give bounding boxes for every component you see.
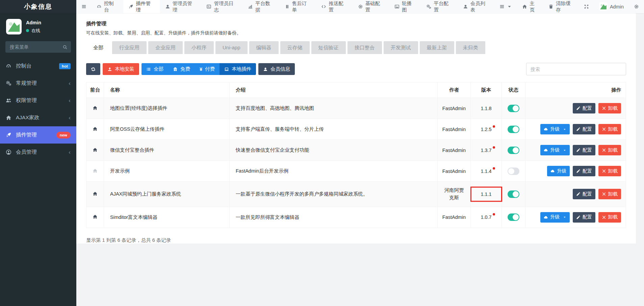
sidebar-item-general-management[interactable]: 常规管理‹ — [0, 75, 76, 92]
upload-icon — [107, 67, 112, 72]
plugin-version: 1.1.1 — [481, 192, 491, 197]
filter-free-button[interactable]: 免费 — [168, 63, 195, 75]
plugin-version: 1.3.7 — [481, 148, 491, 153]
cloud-icon — [550, 169, 555, 173]
sidebar-menu-search-input[interactable] — [5, 41, 71, 53]
topnav-fullscreen[interactable] — [579, 0, 594, 13]
plugin-author: 河南阿贾克斯 — [444, 187, 464, 202]
topnav-clear-cache[interactable]: 清除缓存 — [543, 0, 579, 13]
filter-paid-button[interactable]: ¥付费 — [195, 63, 220, 75]
topnav-platform-data[interactable]: 平台数据 — [243, 0, 279, 13]
tab-uncategorized[interactable]: 未归类 — [456, 41, 485, 54]
enable-toggle[interactable] — [508, 147, 519, 154]
config-button[interactable]: 配置 — [573, 166, 595, 176]
tab-miniprogram[interactable]: 小程序 — [184, 41, 214, 54]
member-info-button[interactable]: 会员信息 — [258, 63, 295, 75]
caret-down-icon — [563, 149, 566, 152]
tab-api[interactable]: 接口整合 — [347, 41, 382, 54]
topnav-dashboard[interactable]: 控制台 — [92, 0, 123, 13]
tab-dev-test[interactable]: 开发测试 — [384, 41, 418, 54]
x-icon — [602, 192, 606, 196]
uninstall-button[interactable]: 卸载 — [598, 103, 621, 113]
enable-toggle[interactable] — [508, 190, 519, 198]
enable-toggle[interactable] — [508, 126, 519, 133]
upgrade-button[interactable]: 升级 — [540, 145, 570, 155]
config-button[interactable]: 配置 — [573, 212, 595, 223]
config-button[interactable]: 配置 — [573, 103, 595, 113]
topnav-menu-dropdown[interactable] — [494, 0, 517, 13]
x-icon — [602, 215, 606, 220]
sidebar-toggle-button[interactable] — [76, 0, 92, 13]
search-icon — [62, 45, 68, 50]
topnav-admin-management[interactable]: 管理员管理 — [160, 0, 202, 13]
upgrade-button[interactable]: 升级 — [540, 124, 570, 134]
chevron-left-icon: ‹ — [69, 115, 71, 121]
avatar — [599, 2, 608, 11]
sidebar-username: Admin — [26, 20, 41, 25]
sidebar-item-dashboard[interactable]: 控制台hot — [0, 57, 76, 75]
tab-uniapp[interactable]: Uni-app — [215, 41, 248, 54]
table-search-input[interactable] — [526, 63, 626, 75]
sidebar-item-plugin-management[interactable]: 插件管理new — [0, 126, 76, 144]
topnav-admin-log[interactable]: 管理员日志 — [201, 0, 243, 13]
uninstall-button[interactable]: 卸载 — [598, 124, 621, 134]
plugin-author: FastAdmin — [438, 161, 471, 182]
update-dot — [493, 125, 495, 128]
enable-toggle[interactable] — [508, 168, 519, 175]
uninstall-button[interactable]: 卸载 — [598, 212, 621, 223]
plugin-name: AJAX同城预约上门服务家政系统 — [104, 182, 230, 207]
enable-toggle[interactable] — [508, 213, 519, 221]
new-badge: new — [56, 132, 71, 138]
config-button[interactable]: 配置 — [573, 124, 595, 134]
topnav-homepage[interactable]: 主页 — [517, 0, 543, 13]
plugin-name: 微信支付宝整合插件 — [104, 140, 230, 161]
plugin-intro: 支持百度地图、高德地图、腾讯地图 — [230, 98, 438, 119]
chevron-left-icon: ‹ — [69, 80, 71, 86]
filter-local-plugins-button[interactable]: 本地插件 — [220, 63, 256, 75]
uninstall-button[interactable]: 卸载 — [598, 166, 621, 176]
uninstall-button[interactable]: 卸载 — [598, 145, 621, 155]
yen-icon: ¥ — [200, 67, 202, 72]
tab-industry[interactable]: 行业应用 — [112, 41, 147, 54]
plugin-name: 开发示例 — [104, 161, 230, 182]
plugin-name: Simditor富文本编辑器 — [104, 207, 230, 228]
app-logo[interactable]: 小象信息 — [0, 0, 76, 13]
enable-toggle[interactable] — [508, 105, 519, 112]
sidebar-item-auth-management[interactable]: 权限管理‹ — [0, 92, 76, 109]
tab-editor[interactable]: 编辑器 — [249, 41, 279, 54]
uninstall-button[interactable]: 卸载 — [598, 189, 621, 199]
table-row: 微信支付宝整合插件 快速整合微信支付宝企业支付功能 FastAdmin 1.3.… — [86, 140, 626, 161]
tab-enterprise[interactable]: 企业应用 — [148, 41, 183, 54]
local-install-button[interactable]: 本地安装 — [103, 63, 139, 75]
config-button[interactable]: 配置 — [573, 145, 595, 155]
config-button[interactable]: 配置 — [573, 189, 595, 199]
topnav-push-config[interactable]: 推送配置 — [316, 0, 353, 13]
topnav-platform-config[interactable]: 平台配置 — [421, 0, 458, 13]
tab-cloud-storage[interactable]: 云存储 — [280, 41, 310, 54]
sidebar-item-member-management[interactable]: 会员管理‹ — [0, 144, 76, 161]
x-icon — [602, 106, 606, 110]
x-icon — [602, 169, 606, 173]
gears-icon — [6, 80, 11, 86]
sidebar-item-ajax-housekeeping[interactable]: AJAX家政‹ — [0, 109, 76, 126]
main-content: 插件管理 可在线安装、卸载、禁用、启用、配置、升级插件，插件升级前请做好备份。 … — [76, 13, 644, 306]
refresh-button[interactable] — [86, 63, 100, 75]
topnav-member-list[interactable]: 会员列表 — [458, 0, 494, 13]
topnav-carousel[interactable]: 轮播图 — [389, 0, 421, 13]
hot-badge: hot — [59, 63, 71, 69]
cloud-icon — [544, 148, 548, 152]
tab-newest[interactable]: 最新上架 — [420, 41, 454, 54]
topnav-plugin-management[interactable]: 插件管理 — [123, 0, 160, 13]
topnav-settings[interactable] — [629, 0, 644, 13]
tab-sms[interactable]: 短信验证 — [311, 41, 346, 54]
upgrade-button[interactable]: 升级 — [547, 166, 570, 176]
upgrade-button[interactable]: 升级 — [540, 212, 570, 223]
tab-all[interactable]: 全部 — [86, 41, 110, 54]
filter-all-button[interactable]: 全部 — [141, 63, 168, 75]
table-header-row: 前台 名称 介绍 作者 版本 状态 操作 — [86, 82, 626, 98]
plugin-author: FastAdmin — [438, 207, 471, 228]
topnav-user-menu[interactable]: Admin — [594, 0, 629, 13]
topnav-aftersale-orders[interactable]: 售后订单 — [280, 0, 316, 13]
topnav-basic-config[interactable]: 基础配置 — [353, 0, 389, 13]
users-icon — [6, 98, 11, 103]
